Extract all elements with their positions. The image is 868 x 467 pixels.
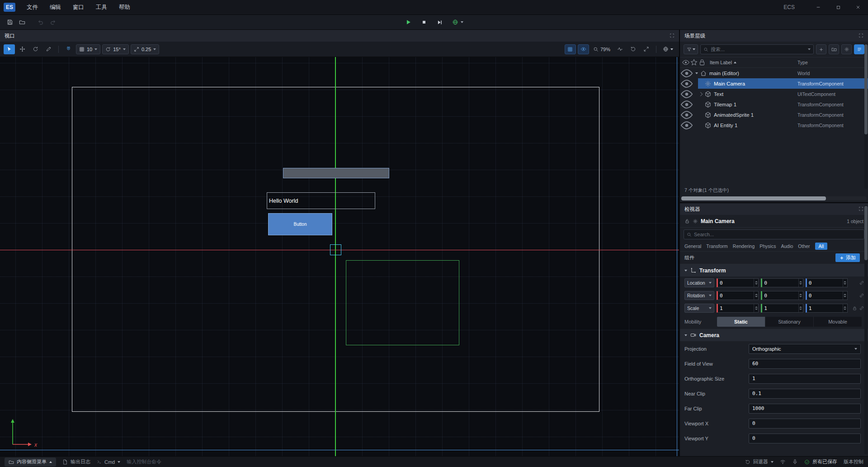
undo-button[interactable] — [34, 17, 47, 28]
tab-physics[interactable]: Physics — [760, 243, 776, 249]
move-tool-button[interactable] — [17, 44, 28, 54]
cmd-dropdown[interactable]: Cmd — [97, 459, 120, 465]
star-column-icon[interactable] — [690, 58, 698, 67]
menu-tools[interactable]: 工具 — [90, 0, 113, 14]
hierarchy-horizontal-scrollbar[interactable] — [681, 196, 867, 200]
location-y-input[interactable] — [762, 280, 798, 286]
output-log-button[interactable]: 输出日志 — [62, 458, 90, 465]
mobility-movable-button[interactable]: Movable — [814, 317, 862, 327]
orthographic-size-input[interactable] — [749, 374, 861, 384]
scale-snap-dropdown[interactable]: 0.25 — [131, 44, 159, 54]
inspector-search[interactable] — [684, 229, 864, 239]
reset-view-button[interactable] — [627, 44, 639, 54]
version-control-button[interactable]: 版本控制 — [844, 458, 863, 465]
network-mode-dropdown[interactable] — [449, 19, 466, 25]
tab-all[interactable]: All — [815, 243, 828, 250]
hierarchy-search-input[interactable] — [711, 47, 806, 52]
location-x-field[interactable] — [717, 278, 759, 287]
microphone-icon[interactable] — [792, 459, 798, 465]
number-spinner[interactable] — [798, 291, 803, 300]
mobility-static-button[interactable]: Static — [717, 317, 765, 327]
rotate-tool-button[interactable] — [30, 44, 41, 54]
add-component-button[interactable]: 添加 — [835, 253, 860, 262]
type-column-header[interactable]: Type — [797, 60, 808, 65]
link-axes-icon[interactable] — [859, 305, 864, 311]
sort-by-label-header[interactable]: Item Label — [710, 60, 736, 65]
number-spinner[interactable] — [798, 304, 803, 312]
save-button[interactable] — [4, 17, 16, 28]
visibility-eye-icon[interactable] — [680, 119, 693, 132]
hierarchy-row-main[interactable]: main (Editor) World — [680, 68, 868, 78]
lock-column-icon[interactable] — [698, 58, 706, 67]
number-spinner[interactable] — [798, 279, 803, 287]
ui-panel-element[interactable] — [283, 168, 389, 178]
number-spinner[interactable] — [843, 291, 847, 300]
link-axes-icon[interactable] — [859, 280, 864, 286]
inspector-vertical-scrollbar[interactable] — [864, 205, 868, 454]
rotation-x-input[interactable] — [718, 293, 754, 299]
scale-x-field[interactable] — [717, 304, 759, 313]
scale-x-input[interactable] — [718, 305, 754, 311]
field-of-view-input[interactable] — [749, 359, 861, 369]
hierarchy-settings-button[interactable] — [841, 44, 852, 54]
hierarchy-expand-button[interactable] — [859, 33, 863, 39]
rotate-snap-dropdown[interactable]: 15° — [102, 44, 129, 54]
grid-snap-dropdown[interactable]: 10 — [76, 44, 100, 54]
mobility-stationary-button[interactable]: Stationary — [765, 317, 814, 327]
location-dropdown[interactable]: Location — [684, 278, 714, 287]
scale-y-field[interactable] — [761, 304, 803, 313]
play-button[interactable] — [402, 17, 414, 28]
tab-rendering[interactable]: Rendering — [733, 243, 755, 249]
scale-z-input[interactable] — [807, 305, 843, 311]
number-spinner[interactable] — [754, 279, 758, 287]
number-spinner[interactable] — [843, 279, 847, 287]
chevron-right-icon[interactable] — [698, 91, 704, 97]
menu-file[interactable]: 文件 — [21, 0, 44, 14]
rotation-z-input[interactable] — [807, 293, 843, 299]
filter-dropdown[interactable] — [684, 44, 698, 54]
snap-toggle-button[interactable] — [63, 44, 74, 54]
save-status-button[interactable]: 所有已保存 — [804, 458, 837, 465]
edit-tool-button[interactable] — [43, 44, 54, 54]
entity-region-rect[interactable] — [346, 260, 459, 345]
zoom-control[interactable]: 79% — [591, 47, 613, 52]
number-spinner[interactable] — [754, 291, 758, 300]
show-gizmos-button[interactable] — [578, 44, 589, 54]
scene-canvas[interactable]: Hello World Button x — [0, 57, 679, 456]
inspector-expand-button[interactable] — [859, 206, 863, 212]
rotation-dropdown[interactable]: Rotation — [684, 291, 714, 300]
rotation-z-field[interactable] — [806, 291, 848, 300]
hierarchy-search[interactable] — [700, 44, 814, 54]
link-axes-icon[interactable] — [859, 293, 864, 298]
fullscreen-button[interactable] — [641, 44, 652, 54]
select-tool-button[interactable] — [4, 44, 15, 54]
hierarchy-row-tilemap[interactable]: Tilemap 1 TransformComponent — [680, 99, 868, 110]
tab-transform[interactable]: Transform — [706, 243, 727, 249]
step-button[interactable] — [434, 17, 446, 28]
ui-button-element[interactable]: Button — [268, 213, 332, 235]
number-spinner[interactable] — [843, 304, 847, 312]
tab-other[interactable]: Other — [798, 243, 810, 249]
content-drawer-button[interactable]: 内容侧滑菜单 — [5, 457, 56, 467]
hierarchy-row-main-camera[interactable]: Main Camera TransformComponent — [680, 78, 868, 89]
redo-button[interactable] — [47, 17, 59, 28]
tab-general[interactable]: General — [684, 243, 701, 249]
selection-handle[interactable] — [330, 244, 341, 255]
scale-y-input[interactable] — [762, 305, 798, 311]
location-z-input[interactable] — [807, 280, 843, 286]
location-z-field[interactable] — [806, 278, 848, 287]
transform-section-header[interactable]: Transform — [680, 264, 868, 276]
scrollbar-thumb[interactable] — [681, 196, 826, 200]
console-command-input[interactable]: 输入控制台命令 — [127, 458, 161, 465]
far-clip-input[interactable] — [749, 404, 861, 414]
view-mode-dropdown[interactable] — [660, 46, 675, 52]
show-grid-button[interactable] — [565, 44, 576, 54]
hierarchy-row-ai-entity[interactable]: AI Entity 1 TransformComponent — [680, 120, 868, 130]
hierarchy-vertical-scrollbar[interactable] — [864, 43, 868, 189]
menu-edit[interactable]: 编辑 — [44, 0, 67, 14]
minimize-button[interactable] — [808, 0, 828, 14]
hierarchy-row-text[interactable]: Text UITextComponent — [680, 89, 868, 99]
projection-select[interactable]: Orthographic — [749, 344, 861, 354]
stop-button[interactable] — [418, 17, 430, 28]
new-folder-button[interactable] — [829, 44, 839, 54]
